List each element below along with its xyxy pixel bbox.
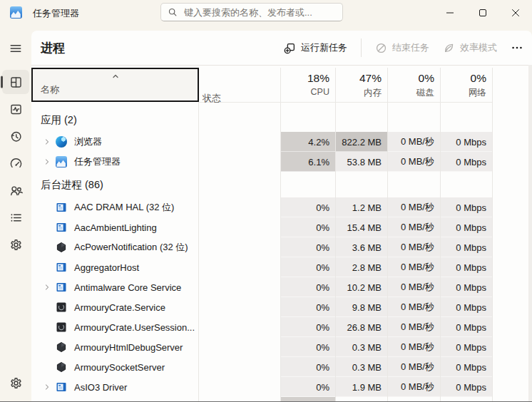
column-header-memory[interactable]: 47% 内存 — [335, 68, 387, 102]
column-header-disk[interactable]: 0% 磁盘 — [387, 68, 440, 102]
taskmgr-icon — [56, 156, 67, 168]
toolbar-separator — [361, 38, 362, 57]
main-panel: 进程 运行新任务 结束任务 — [31, 31, 532, 402]
network-column-label: 网络 — [440, 87, 486, 99]
edge-icon — [56, 136, 67, 148]
network-total-percent: 0% — [440, 72, 486, 85]
disk-cell: 0 MB/秒 — [388, 277, 440, 297]
sidebar-item-users[interactable] — [0, 177, 31, 204]
disk-cell: 0 MB/秒 — [388, 152, 440, 172]
process-name: ArmouryCrate.Service — [74, 302, 165, 313]
settings-gear-icon[interactable] — [6, 374, 25, 391]
process-row[interactable]: ArmouryHtmlDebugServer0%0.3 MB0 MB/秒0 Mb… — [31, 337, 532, 357]
process-name: ArmourySocketServer — [74, 362, 165, 373]
cpu-cell: 0% — [281, 377, 335, 397]
sidebar-item-performance[interactable] — [0, 96, 31, 123]
services-icon — [9, 238, 23, 252]
memory-cell: 1.9 MB — [336, 377, 387, 397]
minimize-button[interactable] — [434, 0, 466, 25]
memory-cell: 0.3 MB — [336, 357, 387, 377]
process-name: AcPowerNotification (32 位) — [74, 241, 188, 254]
process-row[interactable]: 浏览器4.2%822.2 MB0 MB/秒0 Mbps — [31, 132, 532, 152]
disk-cell: 0 MB/秒 — [388, 217, 440, 237]
users-icon — [9, 184, 23, 197]
sidebar-item-services[interactable] — [0, 231, 31, 258]
end-task-button[interactable]: 结束任务 — [375, 41, 429, 54]
expand-chevron-icon[interactable] — [43, 158, 51, 166]
cpu-cell: 0% — [281, 257, 335, 277]
more-options-button[interactable] — [511, 41, 523, 54]
network-cell: 0 Mbps — [441, 132, 492, 152]
process-row[interactable]: AacAmbientLighting0%15.4 MB0 MB/秒0 Mbps — [31, 217, 532, 237]
process-row[interactable]: 任务管理器6.1%53.8 MB0 MB/秒0 Mbps — [31, 152, 532, 172]
process-name: Antimalware Core Service — [74, 282, 181, 293]
efficiency-mode-label: 效率模式 — [460, 41, 497, 54]
dark-orb-icon — [56, 242, 67, 253]
memory-column-label: 内存 — [335, 87, 382, 99]
expand-chevron-icon[interactable] — [43, 383, 51, 391]
column-header-name[interactable]: 名称 — [31, 68, 199, 102]
column-header-cpu[interactable]: 18% CPU — [280, 68, 335, 102]
memory-cell — [336, 397, 387, 402]
sidebar-item-details[interactable] — [0, 204, 31, 231]
cpu-cell: 0% — [281, 357, 335, 377]
task-manager-icon — [10, 6, 22, 19]
disk-cell: 0 MB/秒 — [388, 297, 440, 317]
run-new-task-icon — [284, 42, 296, 54]
process-row[interactable]: AsIO3 Driver0%1.9 MB0 MB/秒0 Mbps — [31, 377, 532, 397]
process-row[interactable]: AggregatorHost0%2.8 MB0 MB/秒0 Mbps — [31, 257, 532, 277]
toolbar: 进程 运行新任务 结束任务 — [31, 31, 532, 66]
cpu-cell: 0% — [281, 217, 335, 237]
process-row-partial[interactable] — [31, 397, 532, 402]
network-cell — [441, 397, 492, 402]
cpu-cell — [281, 397, 335, 402]
sidebar-item-processes[interactable] — [0, 68, 31, 96]
cpu-cell: 0% — [281, 277, 335, 297]
sidebar-item-app-history[interactable] — [0, 123, 31, 150]
search-box[interactable] — [160, 3, 343, 21]
memory-cell: 9.8 MB — [336, 297, 387, 317]
maximize-button[interactable] — [466, 0, 499, 25]
process-row[interactable]: ArmouryCrate.UserSession...0%26.8 MB0 MB… — [31, 317, 532, 337]
dark-square-icon — [56, 321, 67, 333]
sidebar — [0, 25, 31, 402]
selected-indicator — [1, 76, 3, 88]
run-new-task-button[interactable]: 运行新任务 — [284, 41, 347, 54]
process-name: 浏览器 — [74, 135, 102, 148]
disk-total-percent: 0% — [387, 72, 434, 85]
network-cell: 0 Mbps — [441, 297, 492, 317]
disk-cell: 0 MB/秒 — [388, 237, 440, 257]
process-row[interactable]: ArmouryCrate.Service0%9.8 MB0 MB/秒0 Mbps — [31, 297, 532, 317]
column-header-status[interactable]: 状态 — [203, 92, 221, 105]
search-input[interactable] — [183, 6, 336, 19]
network-cell: 0 Mbps — [441, 257, 492, 277]
process-row[interactable]: ArmourySocketServer0%0.3 MB0 MB/秒0 Mbps — [31, 357, 532, 377]
column-header-network[interactable]: 0% 网络 — [440, 68, 492, 102]
process-name: AsIO3 Driver — [74, 382, 127, 393]
disk-cell: 0 MB/秒 — [388, 337, 440, 357]
vertical-scrollbar[interactable] — [528, 65, 532, 402]
expand-chevron-icon[interactable] — [43, 283, 51, 292]
expand-chevron-icon[interactable] — [43, 138, 51, 146]
hamburger-menu-button[interactable] — [6, 41, 25, 56]
network-cell: 0 Mbps — [441, 197, 492, 217]
app-window-icon — [56, 202, 67, 213]
process-row[interactable]: AAC DRAM HAL (32 位)0%1.2 MB0 MB/秒0 Mbps — [31, 197, 532, 217]
process-name: AggregatorHost — [74, 262, 139, 273]
network-cell: 0 Mbps — [441, 237, 492, 257]
memory-cell: 2.8 MB — [336, 257, 387, 277]
performance-icon — [9, 103, 23, 116]
memory-cell: 822.2 MB — [336, 132, 387, 152]
efficiency-mode-button[interactable]: 效率模式 — [443, 41, 497, 54]
cpu-cell: 4.2% — [281, 132, 335, 152]
process-row[interactable]: Antimalware Core Service0%10.2 MB0 MB/秒0… — [31, 277, 532, 297]
memory-cell: 15.4 MB — [336, 217, 387, 237]
close-button[interactable] — [499, 0, 532, 25]
sidebar-item-startup-apps[interactable] — [0, 150, 31, 177]
dark-orb-icon — [56, 341, 67, 353]
process-row[interactable]: AcPowerNotification (32 位)0%3.6 MB0 MB/秒… — [31, 237, 532, 257]
app-window-icon — [56, 381, 67, 393]
header-divider — [199, 102, 492, 103]
cpu-cell: 0% — [281, 197, 335, 217]
network-cell: 0 Mbps — [441, 377, 492, 397]
